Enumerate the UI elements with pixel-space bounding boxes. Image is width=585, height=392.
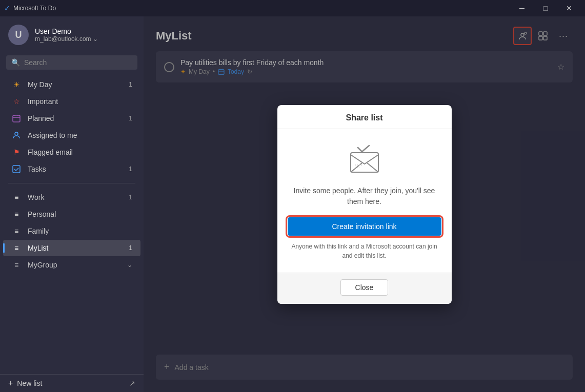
svg-rect-5 [13,166,20,173]
plus-icon: + [8,379,13,388]
calendar-icon [11,114,22,122]
avatar: U [8,25,29,45]
sidebar-divider [8,183,135,183]
new-list-button[interactable]: + New list ↗ [0,374,144,392]
sidebar-item-my-day[interactable]: ☀ My Day 1 [3,76,140,93]
search-icon: 🔍 [11,58,20,67]
modal-icon-area [288,141,441,177]
list-icon-family: ≡ [11,227,22,235]
sidebar-item-family[interactable]: ≡ Family [3,223,140,239]
titlebar: ✓ Microsoft To Do ─ □ ✕ [0,0,585,16]
search-input[interactable] [24,58,132,67]
sidebar-item-personal[interactable]: ≡ Personal [3,206,140,222]
new-list-label: New list [17,379,42,387]
modal-link-note: Anyone with this link and a Microsoft ac… [288,242,441,260]
modal-body: Invite some people. After they join, you… [277,129,452,273]
create-invitation-link-button[interactable]: Create invitation link [288,217,441,236]
close-modal-button[interactable]: Close [340,279,389,296]
modal-overlay: Share list [144,16,585,392]
titlebar-left: ✓ Microsoft To Do [4,4,56,12]
star-icon: ☆ [11,97,22,106]
sidebar-item-assigned-to-me[interactable]: Assigned to me [3,127,140,143]
list-icon-personal: ≡ [11,210,22,218]
sun-icon: ☀ [11,80,22,89]
modal-description: Invite some people. After they join, you… [288,185,441,207]
sidebar: U User Demo m_lab@outlook.com ⌄ 🔍 ☀ My D… [0,16,144,392]
flag-icon: ⚑ [11,148,22,156]
active-indicator [3,243,5,253]
envelope-icon [347,141,382,177]
search-bar[interactable]: 🔍 [6,55,137,70]
sidebar-item-tasks[interactable]: Tasks 1 [3,161,140,177]
user-profile[interactable]: U User Demo m_lab@outlook.com ⌄ [0,16,144,53]
modal-title: Share list [346,113,382,122]
modal-header: Share list [277,105,452,129]
main-content: MyList [144,16,585,392]
person-icon [11,131,22,139]
window-controls: ─ □ ✕ [510,0,581,16]
tasks-icon [11,165,22,173]
sidebar-item-mylist[interactable]: ≡ MyList 1 [3,240,140,256]
user-email: m_lab@outlook.com ⌄ [35,35,98,43]
user-name: User Demo [35,27,98,35]
modal-footer: Close [277,273,452,304]
app-title: Microsoft To Do [13,5,56,12]
list-icon-work: ≡ [11,193,22,201]
app-logo-icon: ✓ [4,4,10,12]
new-list-action-icon: ↗ [129,379,135,387]
user-info: User Demo m_lab@outlook.com ⌄ [35,27,98,43]
app-body: U User Demo m_lab@outlook.com ⌄ 🔍 ☀ My D… [0,16,585,392]
sidebar-item-flagged-email[interactable]: ⚑ Flagged email [3,144,140,160]
sidebar-item-work[interactable]: ≡ Work 1 [3,189,140,205]
sidebar-item-important[interactable]: ☆ Important [3,93,140,110]
svg-point-4 [15,132,18,135]
minimize-button[interactable]: ─ [510,0,534,16]
chevron-down-icon: ⌄ [93,35,98,43]
sidebar-item-planned[interactable]: Planned 1 [3,110,140,127]
nav-section-smart-lists: ☀ My Day 1 ☆ Important Planne [0,74,144,180]
maximize-button[interactable]: □ [534,0,557,16]
share-list-modal: Share list [277,105,452,304]
close-button[interactable]: ✕ [557,0,581,16]
nav-section-lists: ≡ Work 1 ≡ Personal ≡ Family ≡ MyList 1 [0,187,144,276]
chevron-down-icon: ⌄ [127,261,132,269]
sidebar-item-mygroup[interactable]: ≡ MyGroup ⌄ [3,257,140,273]
list-icon-mylist: ≡ [11,244,22,252]
svg-rect-0 [13,115,20,122]
list-icon-mygroup: ≡ [11,261,22,269]
